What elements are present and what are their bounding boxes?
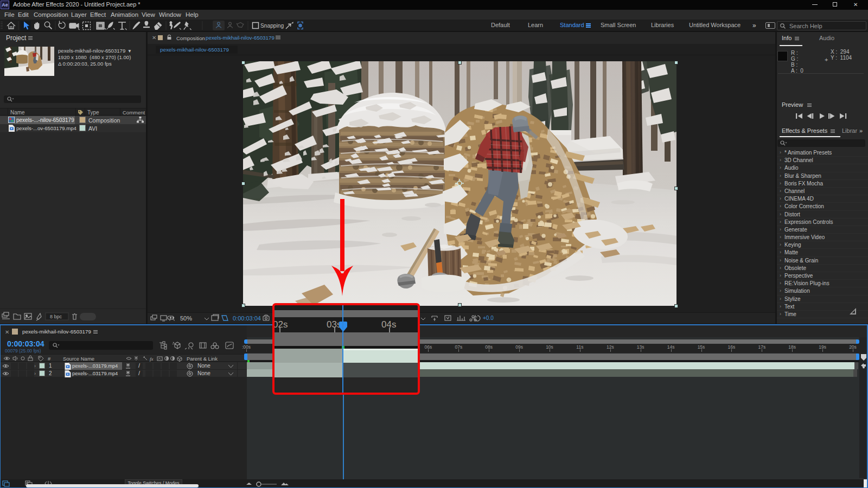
svg-text:0:00:03:04: 0:00:03:04 (233, 315, 261, 322)
svg-text:Source Name: Source Name (63, 356, 94, 362)
svg-text:fx: fx (150, 356, 154, 362)
svg-text:#: # (48, 356, 51, 362)
svg-text:50%: 50% (180, 315, 192, 322)
svg-text:8 bpc: 8 bpc (50, 314, 62, 319)
svg-text:Snapping: Snapping (260, 23, 284, 29)
svg-text:+0.0: +0.0 (483, 315, 494, 321)
